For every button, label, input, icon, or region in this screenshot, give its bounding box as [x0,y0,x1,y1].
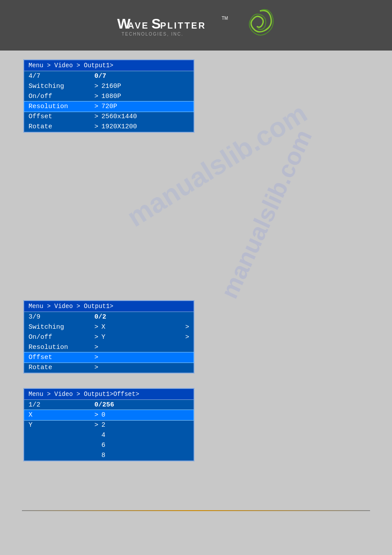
panel-3-row-y[interactable]: Y > 2 [24,420,194,430]
panel-2-row-resolution[interactable]: Resolution > [24,342,194,352]
panel-2-counter: 3/9 0/2 [24,312,194,322]
panel-1-row-offset[interactable]: Offset > 2560x1440 [24,112,194,122]
panel-1-row-switching[interactable]: Switching > 2160P [24,81,194,91]
panel-1-row-resolution[interactable]: Resolution > 720P [24,102,194,112]
panel-3-extra-8: 8 [24,450,194,461]
panel-1: Menu > Video > Output1> 4/7 0/7 Switchin… [23,59,194,133]
panel-3: Menu > Video > Output1>Offset> 1/2 0/256… [23,388,194,461]
panel-2-row-rotate[interactable]: Rotate > [24,363,194,373]
panel-3-extra-4: 4 [24,430,194,440]
svg-text:TM: TM [222,16,228,21]
panel-1-counter: 4/7 0/7 [24,71,194,81]
header: W AVE S PLITTER TM TECHNOLOGIES, INC. [0,0,392,51]
logo-container: W AVE S PLITTER TM TECHNOLOGIES, INC. [117,9,275,42]
panel-1-row-onoff[interactable]: On/off > 1080P [24,91,194,102]
svg-text:S: S [151,16,161,32]
panel-1-row-rotate[interactable]: Rotate > 1920X1200 [24,122,194,132]
panel-3-breadcrumb: Menu > Video > Output1>Offset> [24,389,194,400]
panel-3-row-x[interactable]: X > 0 [24,410,194,420]
footer-line [22,510,370,511]
panel-1-breadcrumb: Menu > Video > Output1> [24,60,194,71]
logo-swirl-icon [245,7,275,42]
panel-3-counter: 1/2 0/256 [24,400,194,410]
svg-text:AVE: AVE [128,21,149,30]
panel-2: Menu > Video > Output1> 3/9 0/2 Switchin… [23,300,194,374]
svg-text:TECHNOLOGIES, INC.: TECHNOLOGIES, INC. [122,32,183,36]
logo-svg: W AVE S PLITTER TM TECHNOLOGIES, INC. [117,10,249,41]
panel-2-row-onoff[interactable]: On/off > Y > [24,332,194,342]
panel-2-row-switching[interactable]: Switching > X > [24,322,194,332]
panel-2-row-offset[interactable]: Offset > [24,352,194,363]
svg-text:PLITTER: PLITTER [160,21,206,30]
panel-2-breadcrumb: Menu > Video > Output1> [24,301,194,312]
panel-3-extra-6: 6 [24,440,194,450]
